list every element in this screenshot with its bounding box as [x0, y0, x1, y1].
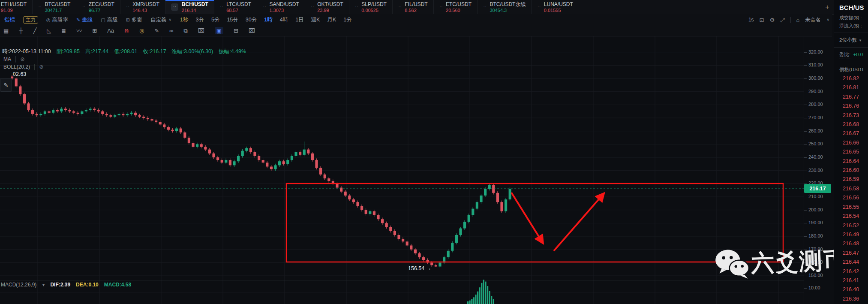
pair-tab-SAND/USDT[interactable]: ⁙SAND/USDT1.3073: [257, 0, 305, 14]
settings-gear-icon[interactable]: ⚙: [769, 17, 775, 23]
ask-price[interactable]: 216.73: [834, 111, 868, 120]
crosshair-icon[interactable]: ┼: [19, 28, 23, 33]
fib-lines-icon[interactable]: ≣: [61, 28, 66, 33]
ask-price[interactable]: 216.47: [834, 249, 868, 258]
toolbar-multi-window[interactable]: ⊞多窗: [126, 16, 142, 24]
ask-price[interactable]: 216.67: [834, 129, 868, 138]
rings-icon[interactable]: ∞: [169, 28, 173, 33]
interval-1秒[interactable]: 1秒: [180, 16, 188, 24]
interval-4時[interactable]: 4時: [280, 16, 288, 24]
chart-style-icon[interactable]: ▤: [3, 28, 9, 33]
ask-price[interactable]: 216.64: [834, 157, 868, 166]
ask-price[interactable]: 216.58: [834, 184, 868, 193]
toolbar-draw-line[interactable]: ✎畫線: [76, 16, 93, 24]
ask-price[interactable]: 216.36: [834, 295, 868, 304]
eye-off-icon[interactable]: ⊘: [39, 64, 44, 70]
ask-price[interactable]: 216.42: [834, 267, 868, 276]
ask-price[interactable]: 216.65: [834, 147, 868, 157]
text-tool-icon[interactable]: Aa: [107, 28, 114, 33]
ask-price[interactable]: 216.82: [834, 74, 868, 83]
price-tick: 160.00: [808, 259, 823, 265]
chevron-down-icon[interactable]: ∨: [826, 18, 829, 22]
macd-value: DEA:0.10: [76, 282, 99, 288]
ask-price[interactable]: 216.68: [834, 120, 868, 129]
pair-tab-LUNA/USDT[interactable]: ⁙LUNA/USDT0.01555: [531, 0, 578, 14]
pair-tab-FIL/USDT[interactable]: ⁙FIL/USDT8.562: [392, 0, 433, 14]
pair-price: 216.14: [182, 8, 208, 13]
ask-price[interactable]: 216.60: [834, 166, 868, 175]
fullscreen-icon[interactable]: ⤢: [780, 17, 784, 23]
screenshot-icon[interactable]: ⊡: [760, 17, 764, 23]
ask-price[interactable]: 216.49: [834, 230, 868, 239]
price-tick: 170.00: [808, 247, 823, 252]
shapes-icon[interactable]: ⊞: [92, 28, 97, 33]
ask-price[interactable]: 216.81: [834, 83, 868, 92]
ask-price[interactable]: 216.77: [834, 93, 868, 102]
chart-canvas[interactable]: 156.54 →: [0, 36, 832, 304]
delete-icon[interactable]: ⌧: [198, 28, 204, 33]
interval-1分[interactable]: 1分: [343, 16, 351, 24]
pair-tab-ETH/USDT[interactable]: ETH/USDT91.09: [0, 0, 32, 14]
angle-icon[interactable]: ◺: [47, 28, 51, 33]
interval-5分[interactable]: 5分: [211, 16, 219, 24]
ask-price[interactable]: 216.48: [834, 239, 868, 248]
toolbar-main-force[interactable]: 主力: [23, 16, 38, 24]
eye-off-icon[interactable]: ⊘: [21, 56, 25, 62]
pair-tab-ETC/USDT[interactable]: ⁙ETC/USDT20.560: [433, 0, 477, 14]
ring-icon[interactable]: ◎: [139, 28, 144, 33]
pair-tab-XMR/USDT[interactable]: ⁙XMR/USDT146.43: [120, 0, 165, 14]
template-name[interactable]: 未命名: [805, 16, 820, 24]
macd-settings[interactable]: MACD(12,26,9): [1, 282, 36, 288]
divider: [790, 17, 791, 23]
toolbar-advanced[interactable]: ▢高級: [101, 16, 117, 24]
layout-icon[interactable]: ⊟: [234, 28, 238, 33]
pair-price: 1.3073: [269, 8, 299, 13]
panel-icon[interactable]: ▣: [215, 27, 223, 34]
trendline-icon[interactable]: ╱: [33, 28, 37, 33]
decimals-select[interactable]: 2位小數 ▼: [834, 36, 868, 45]
resolution-label: 1s: [748, 17, 754, 23]
interval-30分[interactable]: 30分: [246, 16, 257, 24]
copy-icon[interactable]: ⧉: [184, 28, 188, 33]
drawing-handle[interactable]: ✎: [0, 78, 12, 92]
pair-tab-BTC/USDT[interactable]: ⁙BTC/USDT30471.7: [32, 0, 76, 14]
ask-price[interactable]: 216.41: [834, 276, 868, 285]
price-tick: 240.00: [808, 154, 823, 160]
wave-icon[interactable]: 〰: [76, 28, 82, 33]
ask-price[interactable]: 216.76: [834, 102, 868, 111]
drawing-toolbar: ▤┼╱◺≣〰⊞Aa⋒◎✎∞⧉⌧▣⊟⌧: [0, 25, 832, 36]
pair-tab-SLP/USDT[interactable]: ⁙SLP/USDT0.00525: [349, 0, 392, 14]
ask-price[interactable]: 216.52: [834, 221, 868, 230]
interval-1時[interactable]: 1時: [264, 16, 272, 24]
template-icon[interactable]: ⌂: [796, 17, 800, 23]
ask-price[interactable]: 216.59: [834, 175, 868, 184]
pair-tab-OKT/USDT[interactable]: ⁙OKT/USDT23.99: [305, 0, 349, 14]
interval-15分[interactable]: 15分: [227, 16, 238, 24]
magnet-icon[interactable]: ⋒: [124, 28, 129, 33]
interval-3分[interactable]: 3分: [196, 16, 204, 24]
pair-tab-ZEC/USDT[interactable]: ⁙ZEC/USDT96.77: [76, 0, 120, 14]
toolbar-indicators[interactable]: 指標: [4, 16, 15, 24]
multi-window-icon: ⊞: [126, 17, 130, 23]
ask-price[interactable]: 216.56: [834, 193, 868, 202]
divider: │: [14, 56, 18, 62]
toolbar-high-win-rate[interactable]: ◎高勝率: [46, 16, 68, 24]
add-pair-button[interactable]: +: [821, 0, 834, 14]
pair-tab-BTC/USDT永续[interactable]: ⁙BTC/USDT永续30454.3: [477, 0, 531, 14]
macd-tick: 10.00: [808, 285, 820, 290]
price-axis[interactable]: 320.00310.00300.00290.00280.00270.00260.…: [804, 36, 832, 304]
ask-price[interactable]: 216.55: [834, 203, 868, 212]
trash-icon[interactable]: ⌧: [249, 28, 255, 33]
pencil-icon[interactable]: ✎: [154, 28, 159, 33]
pair-tab-LTC/USDT[interactable]: ⁙LTC/USDT68.57: [214, 0, 257, 14]
interval-月K[interactable]: 月K: [327, 16, 336, 24]
toolbar-custom-interval[interactable]: 自定義∨: [150, 16, 171, 24]
pair-tab-BCH/USDT[interactable]: ⁙BCH/USDT216.14: [165, 0, 214, 14]
ask-price[interactable]: 216.66: [834, 138, 868, 147]
ask-price[interactable]: 216.54: [834, 212, 868, 221]
ask-price[interactable]: 216.44: [834, 258, 868, 267]
ask-price[interactable]: 216.40: [834, 285, 868, 294]
interval-1日[interactable]: 1日: [295, 16, 303, 24]
tab-bar: ETH/USDT91.09⁙BTC/USDT30471.7⁙ZEC/USDT96…: [0, 0, 834, 15]
interval-週K[interactable]: 週K: [311, 16, 320, 24]
